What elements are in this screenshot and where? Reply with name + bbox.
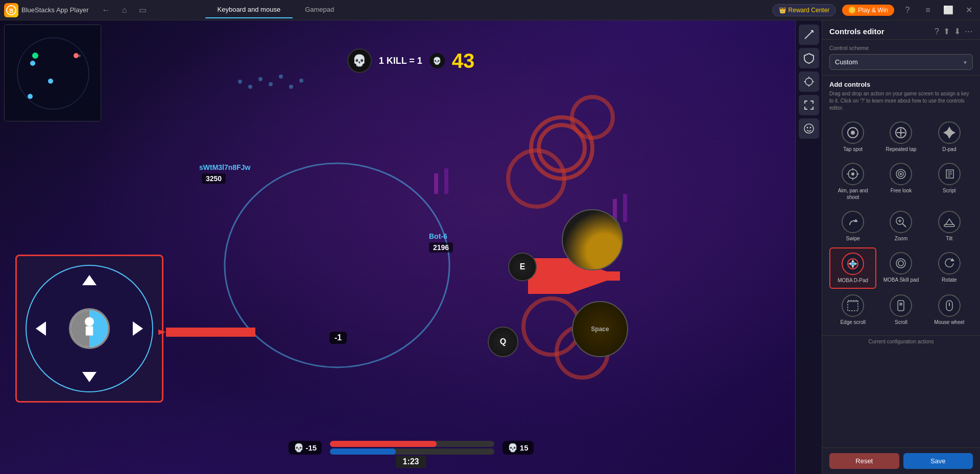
tab-gamepad[interactable]: Gamepad <box>293 2 346 18</box>
help-button[interactable]: ? <box>900 3 915 17</box>
dpad-arrow-up <box>82 275 97 285</box>
topbar-right-actions: 👑 Reward Center 🪙 Play & Win ? ≡ ⬜ ✕ <box>772 3 976 17</box>
window-button[interactable]: ⬜ <box>941 3 955 17</box>
control-item-moba-dpad[interactable]: MOBA D-Pad <box>829 247 876 289</box>
dpad-circle <box>26 265 153 392</box>
sidebar-expand-button[interactable] <box>799 95 819 115</box>
play-win-button[interactable]: 🪙 Play & Win <box>842 5 894 16</box>
menu-button[interactable]: ≡ <box>921 3 935 17</box>
dpad-overlay[interactable] <box>15 255 163 403</box>
svg-rect-75 <box>944 224 954 227</box>
svg-point-83 <box>898 261 903 266</box>
control-item-zoom[interactable]: Zoom <box>877 206 924 246</box>
free-look-icon <box>890 163 912 185</box>
scroll-label: Scroll <box>895 319 907 326</box>
control-item-mouse-wheel[interactable]: Mouse wheel <box>926 290 973 330</box>
recent-button[interactable]: ▭ <box>136 3 150 17</box>
control-item-tap-spot[interactable]: Tap spot <box>829 117 876 157</box>
skill-large-button[interactable] <box>562 209 623 270</box>
control-item-moba-skill-pad[interactable]: MOBA Skill pad <box>877 247 924 289</box>
scroll-icon <box>890 294 912 317</box>
tab-area: Keyboard and mouse Gamepad <box>205 2 347 18</box>
control-item-dpad[interactable]: D-pad <box>926 117 973 157</box>
control-item-aim-pan-shoot[interactable]: Aim, pan and shoot <box>829 158 876 205</box>
svg-rect-88 <box>899 303 902 306</box>
svg-point-66 <box>900 173 902 175</box>
svg-text:+: + <box>33 53 36 59</box>
red-arrow-left <box>158 314 260 352</box>
aim-pan-shoot-icon <box>842 163 864 185</box>
svg-rect-57 <box>947 130 952 135</box>
repeated-tap-icon <box>890 121 912 144</box>
home-button[interactable]: ⌂ <box>117 3 132 17</box>
timer-display: 1:23 <box>395 456 426 468</box>
svg-marker-55 <box>943 131 947 135</box>
minus-score-badge: -1 <box>329 332 347 344</box>
svg-line-72 <box>902 223 906 227</box>
player-score: 3250 <box>202 173 226 184</box>
add-controls-title: Add controls <box>829 81 973 88</box>
editor-help-button[interactable]: ? <box>935 27 939 36</box>
dpad-center <box>69 308 110 349</box>
control-item-edge-scroll[interactable]: Edge scroll <box>829 290 876 330</box>
zoom-icon <box>890 211 912 233</box>
sidebar-sword-button[interactable] <box>799 24 819 45</box>
editor-upload-button[interactable]: ⬆ <box>943 27 950 36</box>
svg-line-37 <box>805 31 813 39</box>
score-text: 1 KILL = 1 <box>379 56 422 66</box>
sidebar-icon-strip <box>795 20 822 474</box>
back-button[interactable]: ← <box>99 3 113 17</box>
svg-point-23 <box>30 61 35 66</box>
scheme-dropdown-wrapper: Custom <box>829 54 973 70</box>
health-bar-container <box>330 441 494 455</box>
control-item-script[interactable]: Script <box>926 158 973 205</box>
dpad-arrow-down <box>82 372 97 382</box>
left-score-badge: 💀 -15 <box>289 441 322 455</box>
add-controls-section: Add controls Drag and drop an action on … <box>822 76 980 336</box>
sidebar-crosshair-button[interactable] <box>799 71 819 92</box>
mouse-wheel-label: Mouse wheel <box>934 319 964 326</box>
hud-score-area: 💀 1 KILL = 1 💀 43 <box>347 48 475 73</box>
script-icon <box>938 163 961 185</box>
skill-space-button[interactable]: Space <box>572 301 628 357</box>
bot-score: 2196 <box>429 242 453 253</box>
scheme-select[interactable]: Custom <box>829 54 973 70</box>
control-item-tilt[interactable]: Tilt <box>926 206 973 246</box>
hud-bottom: 💀 -15 💀 15 <box>289 441 534 455</box>
control-item-repeated-tap[interactable]: Repeated tap <box>877 117 924 157</box>
control-item-free-look[interactable]: Free look <box>877 158 924 205</box>
svg-marker-84 <box>950 258 954 261</box>
reset-button[interactable]: Reset <box>829 453 899 469</box>
minimap-svg: + + <box>5 25 101 121</box>
reward-center-button[interactable]: 👑 Reward Center <box>772 4 836 16</box>
save-button[interactable]: Save <box>903 453 973 469</box>
skill-e-button[interactable]: E <box>508 253 537 281</box>
control-item-rotate[interactable]: Rotate <box>926 247 973 289</box>
moba-skill-pad-icon <box>890 252 912 275</box>
svg-point-24 <box>48 79 53 84</box>
close-button[interactable]: ✕ <box>962 3 976 17</box>
repeated-tap-label: Repeated tap <box>886 146 916 153</box>
editor-download-button[interactable]: ⬇ <box>954 27 961 36</box>
svg-point-49 <box>851 131 855 135</box>
sidebar-shield-button[interactable] <box>799 48 819 68</box>
svg-marker-80 <box>854 262 857 265</box>
tab-keyboard-mouse[interactable]: Keyboard and mouse <box>205 2 293 18</box>
control-item-swipe[interactable]: Swipe <box>829 206 876 246</box>
aim-pan-shoot-label: Aim, pan and shoot <box>832 187 874 201</box>
svg-marker-78 <box>851 265 854 268</box>
control-item-scroll[interactable]: Scroll <box>877 290 924 330</box>
tilt-icon <box>938 211 961 233</box>
scheme-label: Control scheme <box>829 45 973 51</box>
svg-rect-86 <box>848 301 858 302</box>
svg-point-40 <box>805 78 812 85</box>
sidebar-face-button[interactable] <box>799 118 819 139</box>
free-look-label: Free look <box>891 187 912 194</box>
skill-q-button[interactable]: Q <box>488 327 518 357</box>
editor-more-button[interactable]: ⋯ <box>965 27 973 36</box>
crown-icon: 👑 <box>779 7 786 14</box>
skull-icon-left: 💀 <box>347 48 372 73</box>
health-bar-red <box>330 441 437 447</box>
app-logo-icon: B <box>4 3 18 17</box>
moba-skill-pad-label: MOBA Skill pad <box>883 277 919 283</box>
